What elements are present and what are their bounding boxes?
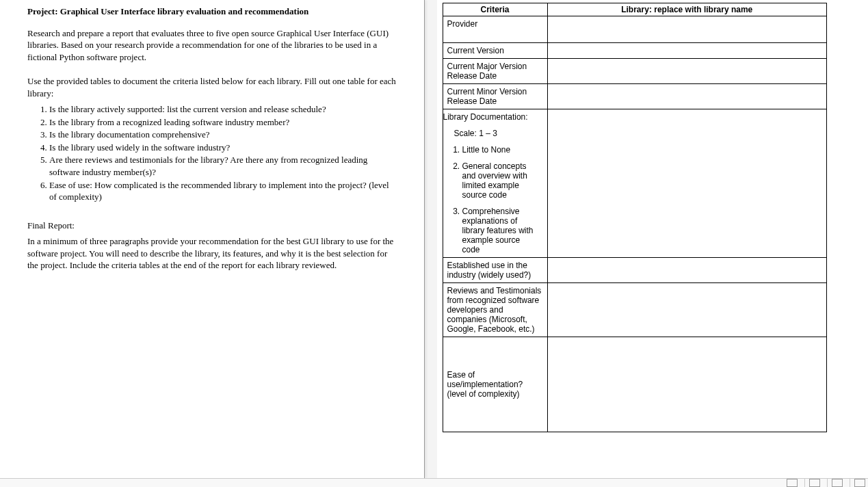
- final-report-body: In a minimum of three paragraphs provide…: [27, 235, 397, 272]
- table-header-row: Criteria Library: replace with library n…: [443, 3, 827, 16]
- project-title: Project: Graphical User Interface librar…: [27, 5, 397, 18]
- table-row: Established use in the industry (widely …: [443, 258, 827, 283]
- doc-heading: Library Documentation:: [443, 112, 543, 122]
- doc-scale: Scale: 1 – 3: [454, 129, 543, 138]
- row-value: [547, 258, 827, 283]
- page-1: Project: Graphical User Interface librar…: [0, 0, 425, 479]
- page-gap: [425, 0, 437, 479]
- header-criteria: Criteria: [443, 3, 547, 16]
- list-item: Is the library used widely in the softwa…: [49, 142, 397, 154]
- table-row: Provider: [443, 16, 827, 43]
- table-row: Current Major Version Release Date: [443, 59, 827, 84]
- row-label-established-use: Established use in the industry (widely …: [443, 258, 547, 283]
- row-value: [547, 43, 827, 59]
- list-item: Is the library documentation comprehensi…: [49, 129, 397, 141]
- document-workspace: Project: Graphical User Interface librar…: [0, 0, 868, 479]
- table-row: Reviews and Testimonials from recognized…: [443, 283, 827, 337]
- row-label-provider: Provider: [443, 16, 547, 43]
- divider: [827, 479, 828, 487]
- row-value: [547, 337, 827, 432]
- criteria-table: Criteria Library: replace with library n…: [443, 3, 828, 432]
- row-value: [547, 109, 827, 258]
- divider: [850, 479, 850, 487]
- list-item: Is the library from a recognized leading…: [49, 116, 397, 129]
- list-item: General concepts and overview with limit…: [462, 161, 538, 200]
- row-label-reviews: Reviews and Testimonials from recognized…: [443, 283, 547, 337]
- table-row: Ease of use/implementation? (level of co…: [443, 337, 827, 432]
- final-report-label: Final Report:: [27, 220, 397, 232]
- divider: [804, 479, 805, 487]
- criteria-question-list: Is the library actively supported: list …: [49, 103, 397, 202]
- list-item: Is the library actively supported: list …: [49, 103, 397, 116]
- list-item: Are there reviews and testimonials for t…: [49, 154, 397, 178]
- row-label-documentation: Library Documentation: Scale: 1 – 3 Litt…: [443, 109, 547, 258]
- row-label-major-release: Current Major Version Release Date: [443, 59, 547, 84]
- row-label-minor-release: Current Minor Version Release Date: [443, 84, 547, 109]
- row-label-ease-of-use: Ease of use/implementation? (level of co…: [443, 337, 547, 432]
- tables-note: Use the provided tables to document the …: [27, 75, 397, 99]
- table-row: Library Documentation: Scale: 1 – 3 Litt…: [443, 109, 827, 258]
- intro-paragraph: Research and prepare a report that evalu…: [27, 27, 397, 64]
- view-mode-icon[interactable]: [787, 479, 798, 487]
- row-label-current-version: Current Version: [443, 43, 547, 59]
- list-item: Comprehensive explanations of library fe…: [462, 207, 538, 254]
- list-item: Ease of use: How complicated is the reco…: [49, 179, 397, 203]
- row-value: [547, 59, 827, 84]
- table-row: Current Minor Version Release Date: [443, 84, 827, 109]
- doc-scale-list: Little to None General concepts and over…: [462, 145, 543, 254]
- view-mode-icon[interactable]: [809, 479, 820, 487]
- view-mode-icon[interactable]: [832, 479, 843, 487]
- list-item: Little to None: [462, 145, 538, 155]
- page-2: Criteria Library: replace with library n…: [437, 0, 869, 479]
- view-mode-icon[interactable]: [854, 479, 865, 487]
- header-library: Library: replace with library name: [547, 3, 827, 16]
- table-row: Current Version: [443, 43, 827, 59]
- row-value: [547, 283, 827, 337]
- row-value: [547, 16, 827, 43]
- status-bar: [0, 478, 868, 487]
- row-value: [547, 84, 827, 109]
